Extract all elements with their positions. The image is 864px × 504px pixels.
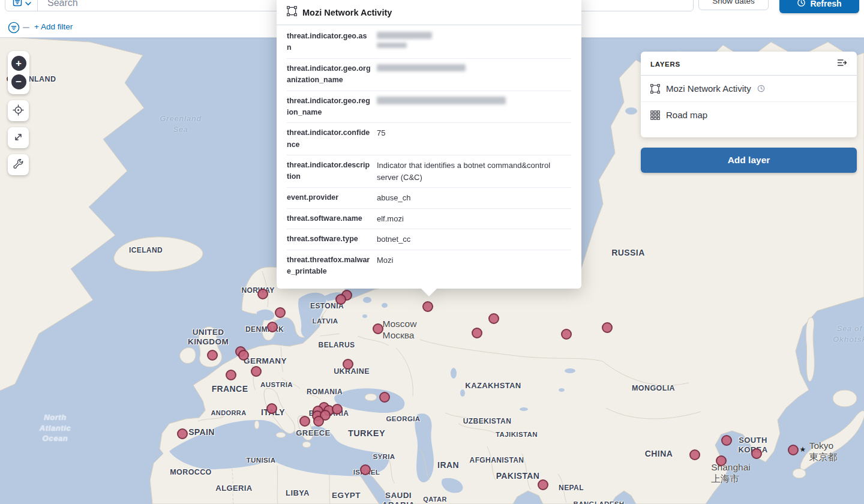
layer-label: Road map [666,110,707,120]
crosshair-icon [13,104,24,118]
tooltip-field-row: threat.threatfox.malware_printableMozi [287,250,571,282]
field-name: threat.indicator.geo.organization_name [287,63,371,86]
map-point[interactable] [379,392,390,403]
divider [277,25,581,25]
map-point[interactable] [332,404,343,415]
chevron-down-icon [25,0,31,8]
field-value: abuse_ch [377,192,571,204]
tooltip-fields: threat.indicator.geo.asnthreat.indicator… [277,26,581,281]
map-point[interactable] [275,307,286,318]
tooltip-field-row: threat.indicator.geo.asn [287,26,571,59]
map-point[interactable] [538,479,548,490]
zoom-out-button[interactable]: − [11,74,26,89]
clock-refresh-icon [797,0,806,9]
redacted-value [377,43,407,48]
map-point[interactable] [360,464,371,475]
map-point[interactable] [751,448,762,459]
tooltip-title: Mozi Network Activity [302,8,392,17]
layers-panel: LAYERS Mozi Network ActivityRoad map [641,52,857,137]
field-name: threat.indicator.confidence [287,127,371,151]
map-point[interactable] [472,328,482,338]
expand-icon [13,132,23,144]
map-point[interactable] [251,366,262,377]
map-point[interactable] [313,416,324,427]
redacted-value [377,64,466,71]
field-name: event.provider [287,192,371,204]
map-point[interactable] [343,359,353,370]
map-point[interactable] [226,370,236,380]
vector-square-icon [650,84,660,94]
map-point[interactable] [488,313,499,324]
show-dates-label: Show dates [712,0,755,5]
saved-query-menu-button[interactable] [5,0,38,11]
collapse-panel-icon[interactable] [837,58,847,70]
field-value: 75 [377,127,571,151]
field-name: threat.indicator.description [287,160,371,183]
layer-row[interactable]: Road map [641,102,857,128]
field-value: Indicator that identifies a botnet comma… [377,160,571,183]
field-name: threat.indicator.geo.asn [287,31,371,54]
time-filter-icon [757,85,765,92]
map-point[interactable] [238,350,249,361]
refresh-button[interactable]: Refresh [779,0,859,13]
map-point[interactable] [177,428,188,439]
redacted-value [377,32,432,39]
map-point[interactable] [257,289,268,299]
field-value [377,31,571,54]
tooltip-field-row: threat.indicator.descriptionIndicator th… [287,155,571,188]
field-value: botnet_cc [377,233,571,245]
map-point[interactable] [299,416,310,427]
layer-row[interactable]: Mozi Network Activity [641,76,857,102]
map-point[interactable] [561,329,572,340]
field-name: threat.software.type [287,233,371,245]
add-layer-button[interactable]: Add layer [641,148,857,173]
set-view-button[interactable] [8,100,29,121]
field-name: threat.software.name [287,213,371,225]
tools-button[interactable] [8,154,29,175]
search-placeholder: Search [47,0,78,8]
field-value [377,63,571,86]
show-dates-button[interactable]: Show dates [698,0,769,10]
tooltip-field-row: threat.indicator.geo.region_name [287,91,571,124]
field-name: threat.indicator.geo.region_name [287,95,371,119]
zoom-control: + − [8,51,29,94]
map-point[interactable] [373,323,383,334]
map-point[interactable] [788,445,799,455]
field-value: elf.mozi [377,213,571,225]
layer-label: Mozi Network Activity [666,83,751,94]
map-point[interactable] [267,322,278,332]
map-controls: + − [8,51,29,175]
tooltip-pointer [421,288,437,296]
field-value [377,95,571,119]
wrench-icon [13,159,23,171]
layers-panel-title: LAYERS [650,61,680,68]
saved-query-icon [13,0,22,9]
map-point[interactable] [689,449,700,460]
add-filter-link[interactable]: + Add filter [34,22,73,31]
fit-to-data-button[interactable] [8,127,29,148]
map-point[interactable] [422,301,433,312]
tooltip-field-row: threat.software.nameelf.mozi [287,209,571,230]
tooltip-field-row: threat.indicator.geo.organization_name [287,59,571,91]
map-point[interactable] [716,455,727,466]
redacted-value [377,97,506,104]
field-value: Mozi [377,254,571,278]
map-point[interactable] [335,294,346,305]
feature-tooltip: Mozi Network Activity threat.indicator.g… [277,0,581,289]
map-point[interactable] [207,350,218,361]
filter-divider [23,27,29,28]
map-point[interactable] [721,435,732,446]
filter-menu-icon[interactable] [8,22,20,36]
refresh-label: Refresh [810,0,841,8]
map-point[interactable] [602,322,613,333]
tooltip-field-row: event.providerabuse_ch [287,188,571,209]
map-point[interactable] [266,403,277,414]
grid-icon [650,110,660,120]
vector-square-icon [287,6,297,19]
layers-list: Mozi Network ActivityRoad map [641,76,857,128]
tooltip-field-row: threat.software.typebotnet_cc [287,229,571,250]
tooltip-field-row: threat.indicator.confidence75 [287,123,571,155]
field-name: threat.threatfox.malware_printable [287,254,371,278]
zoom-in-button[interactable]: + [11,56,26,71]
